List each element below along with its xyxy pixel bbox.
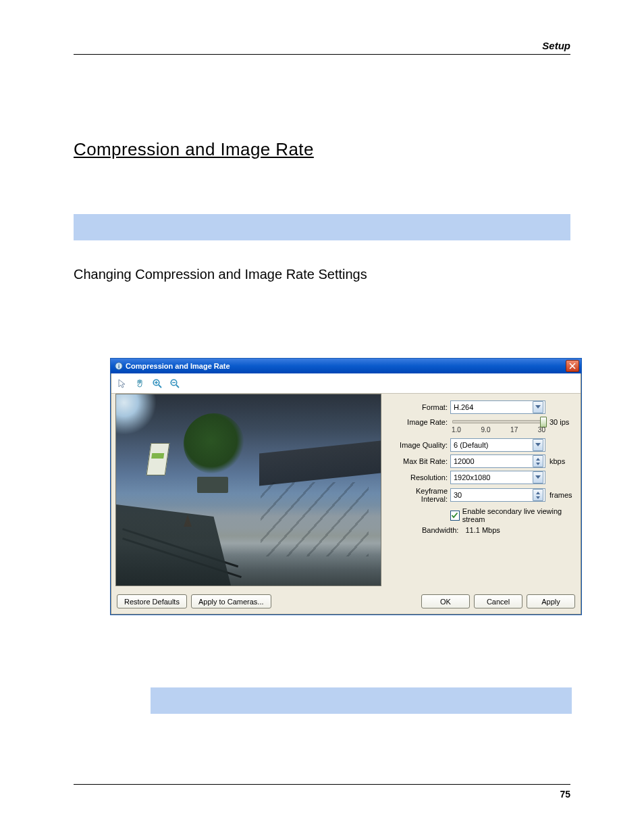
- image-rate-slider[interactable]: 1.0 9.0 17 30: [450, 417, 547, 436]
- bandwidth-value: 11.1 Mbps: [465, 526, 500, 534]
- bandwidth-label: Bandwidth:: [422, 526, 458, 534]
- preview-toolbar: [111, 373, 581, 394]
- keyframe-interval-unit: frames: [549, 491, 575, 499]
- subheading: Changing Compression and Image Rate Sett…: [74, 267, 367, 282]
- info-band-top: [74, 214, 570, 240]
- tick-label: 17: [510, 426, 518, 434]
- tick-label: 9.0: [481, 426, 491, 434]
- dialog-button-bar: Restore Defaults Apply to Cameras... OK …: [111, 590, 581, 614]
- page-footer: 75: [74, 784, 570, 800]
- resolution-value: 1920x1080: [454, 473, 490, 481]
- ok-button[interactable]: OK: [421, 594, 470, 608]
- header-text: Setup: [542, 40, 570, 51]
- enable-secondary-checkbox[interactable]: [450, 511, 460, 521]
- keyframe-interval-value: 30: [454, 491, 462, 499]
- max-bit-rate-unit: kbps: [549, 457, 575, 465]
- chevron-down-icon: [533, 439, 543, 451]
- apply-to-cameras-button[interactable]: Apply to Cameras...: [191, 594, 271, 608]
- format-label: Format:: [390, 403, 450, 411]
- section-title: Compression and Image Rate: [74, 139, 314, 160]
- page-header: Setup: [74, 40, 570, 55]
- chevron-down-icon: [533, 401, 543, 413]
- spinner-icon[interactable]: [533, 455, 543, 467]
- format-value: H.264: [454, 403, 473, 411]
- tick-label: 30: [538, 426, 545, 434]
- camera-preview: [115, 394, 381, 586]
- format-select[interactable]: H.264: [450, 400, 545, 414]
- pointer-tool-icon[interactable]: [117, 378, 128, 389]
- zoom-out-icon[interactable]: [169, 378, 180, 389]
- cancel-button[interactable]: Cancel: [474, 594, 522, 608]
- slider-ticks: 1.0 9.0 17 30: [450, 426, 547, 434]
- chevron-down-icon: [533, 471, 543, 484]
- max-bit-rate-input[interactable]: 12000: [450, 454, 545, 468]
- hand-tool-icon[interactable]: [134, 378, 145, 389]
- close-button[interactable]: [566, 360, 579, 372]
- close-icon: [569, 363, 576, 369]
- image-quality-label: Image Quality:: [390, 441, 450, 449]
- page-number: 75: [560, 789, 570, 800]
- compression-dialog: i Compression and Image Rate: [111, 359, 581, 615]
- spinner-icon[interactable]: [533, 489, 543, 501]
- manual-page: Setup Compression and Image Rate Changin…: [0, 0, 644, 834]
- resolution-select[interactable]: 1920x1080: [450, 471, 545, 484]
- keyframe-interval-label: Keyframe Interval:: [390, 487, 450, 503]
- dialog-body: Format: H.264 Image Rate:: [111, 373, 581, 615]
- enable-secondary-label: Enable secondary live viewing stream: [462, 507, 575, 523]
- image-rate-label: Image Rate:: [390, 418, 450, 426]
- tick-label: 1.0: [452, 426, 461, 434]
- dialog-title: Compression and Image Rate: [126, 362, 230, 370]
- resolution-label: Resolution:: [390, 473, 450, 481]
- max-bit-rate-label: Max Bit Rate:: [390, 457, 450, 465]
- dialog-titlebar[interactable]: i Compression and Image Rate: [111, 359, 581, 373]
- check-icon: [451, 512, 458, 519]
- zoom-in-icon[interactable]: [152, 378, 163, 389]
- dialog-app-icon: i: [115, 362, 123, 370]
- image-quality-value: 6 (Default): [454, 441, 488, 449]
- keyframe-interval-input[interactable]: 30: [450, 488, 545, 502]
- info-band-bottom: [151, 687, 572, 714]
- apply-button[interactable]: Apply: [527, 594, 575, 608]
- settings-panel: Format: H.264 Image Rate:: [381, 394, 581, 538]
- image-quality-select[interactable]: 6 (Default): [450, 438, 545, 452]
- image-rate-value: 30 ips: [549, 418, 575, 426]
- restore-defaults-button[interactable]: Restore Defaults: [117, 594, 187, 608]
- max-bit-rate-value: 12000: [454, 457, 475, 465]
